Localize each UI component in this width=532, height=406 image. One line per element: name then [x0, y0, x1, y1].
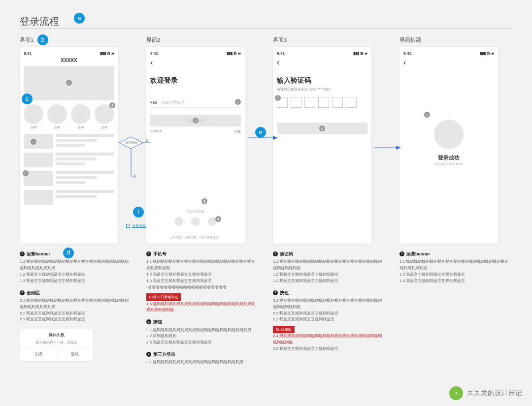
- phone-2: 9:41▮▮▮⋒▰ ‹ 欢迎登录 +86 请输入手机号 1 获取验证码 2 XX…: [146, 47, 245, 244]
- badge-c: c: [22, 94, 33, 104]
- col-2: 界面2 9:41▮▮▮⋒▰ ‹ 欢迎登录 +86 请输入手机号 1 获取验证码 …: [146, 36, 259, 366]
- signal-icon: ▮▮▮: [100, 51, 106, 56]
- badge-d: d: [63, 248, 74, 258]
- signal-icon: ▮▮▮: [227, 51, 233, 56]
- anno-col1: d 1运营banner 1.1 规则规则规则规则规则规则规则规则规则规则规则规则…: [20, 250, 133, 361]
- canvas: 登录流程 a 界面1 b 9:41 ▮▮▮ ⋒ ▰ XXXXX: [0, 0, 532, 406]
- grid-row: 文字 文字 文字 文字 2: [24, 104, 114, 130]
- back-button[interactable]: ‹: [277, 59, 367, 66]
- badge-e: e: [255, 127, 266, 138]
- col-1: 界面1 b 9:41 ▮▮▮ ⋒ ▰ XXXXX 1 c: [20, 36, 133, 366]
- register-link[interactable]: 注册: [234, 129, 241, 134]
- badge-f: f: [133, 207, 144, 218]
- battery-icon: ▰: [111, 51, 114, 56]
- marker-2: 2: [193, 118, 199, 124]
- phone-1: 9:41 ▮▮▮ ⋒ ▰ XXXXX 1 c 文字 文字 文字: [20, 47, 118, 244]
- otp-title: 输入验证码: [277, 76, 367, 85]
- success-center: 1 登录成功 XXXXXXXXXXXX: [403, 66, 494, 219]
- wifi-icon: ⋒: [107, 51, 110, 56]
- wechat-icon: ✶: [449, 386, 463, 400]
- wifi-icon: ⋒: [487, 51, 490, 56]
- list-rows: 3 4: [24, 134, 114, 205]
- col-3: 界面3 9:41▮▮▮⋒▰ ‹ 输入验证码 验证码已发送至手机 1212 ***…: [273, 36, 386, 366]
- divider: [20, 28, 512, 29]
- screen2-label: 界面2: [146, 36, 259, 44]
- anno-col3: 1验证码 1.1 规则规则规则规则规则规则规则规则规则规则规则规则规则规则规则规…: [273, 250, 386, 352]
- screen1-label: 界面1: [20, 36, 133, 44]
- badge-b: b: [37, 34, 48, 45]
- back-button[interactable]: ‹: [403, 59, 494, 66]
- marker-1: 1: [275, 95, 281, 101]
- screen4-label: 界面标题: [399, 36, 512, 44]
- success-avatar: [434, 120, 464, 149]
- otp-sub: 验证码已发送至手机 1212 ****1911: [277, 87, 367, 92]
- col-4: 界面标题 9:41▮▮▮⋒▰ ‹ 1 登录成功 XXXXXXXXXXXX 1运营…: [399, 36, 512, 366]
- flow-link[interactable]: 业务流程: [126, 223, 146, 228]
- marker-2: 2: [319, 125, 325, 131]
- screen3-label: 界面3: [273, 36, 386, 44]
- anno-col2: 1手机号 1.1 规则规则规则规则规则规则规则规则规则规则规则规则规则规则规则规…: [146, 250, 259, 366]
- dialog-close[interactable]: 关闭: [20, 348, 57, 361]
- phone-3: 9:41▮▮▮⋒▰ ‹ 输入验证码 验证码已发送至手机 1212 ****191…: [273, 47, 371, 244]
- columns: 界面1 b 9:41 ▮▮▮ ⋒ ▰ XXXXX 1 c: [20, 36, 512, 366]
- login-title: 欢迎登录: [150, 76, 241, 85]
- change-tag: 01.12修改: [273, 326, 295, 333]
- battery-icon: ▰: [365, 51, 367, 56]
- signal-icon: ▮▮▮: [353, 51, 359, 56]
- marker-1: 1: [424, 112, 430, 118]
- phone-input[interactable]: 请输入手机号: [161, 100, 185, 105]
- marker-3: 3: [201, 198, 207, 204]
- marker-4: 4: [215, 216, 221, 222]
- wifi-icon: ⋒: [360, 51, 364, 56]
- back-button[interactable]: ‹: [150, 59, 241, 66]
- error-dialog: 操作失败 账号密码码不一致，请重试 关闭 重试: [20, 329, 94, 361]
- nav-title: XXXXX: [24, 58, 114, 63]
- marker-1: 1: [66, 80, 72, 86]
- marker-2: 2: [109, 102, 115, 108]
- phone-4: 9:41▮▮▮⋒▰ ‹ 1 登录成功 XXXXXXXXXXXX: [399, 47, 498, 244]
- battery-icon: ▰: [491, 51, 494, 56]
- statusbar: 9:41 ▮▮▮ ⋒ ▰: [24, 50, 114, 57]
- wifi-icon: ⋒: [233, 51, 237, 56]
- otp-inputs[interactable]: 1: [277, 97, 367, 108]
- status-icons: ▮▮▮ ⋒ ▰: [100, 51, 114, 56]
- change-tag: 01月12日新增补充: [146, 293, 181, 301]
- battery-icon: ▰: [238, 51, 241, 56]
- third-party-row: [146, 217, 245, 226]
- badge-a: a: [74, 13, 85, 24]
- footer-watermark: ✶ 呆呆龙的设计日记: [449, 386, 522, 400]
- status-time: 9:41: [24, 51, 32, 56]
- signal-icon: ▮▮▮: [480, 51, 486, 56]
- flow-title: 登录流程: [20, 16, 59, 27]
- marker-1: 1: [235, 99, 241, 105]
- anno-col4: 1运营banner 1.1 规则规则规则规则规则规则规则规则规则规则规则规则规则…: [399, 250, 512, 284]
- dialog-retry[interactable]: 重试: [57, 348, 94, 361]
- link-icon: [126, 224, 130, 228]
- agreement: 已经阅读、完并同意 《用户服务协议》: [146, 235, 245, 240]
